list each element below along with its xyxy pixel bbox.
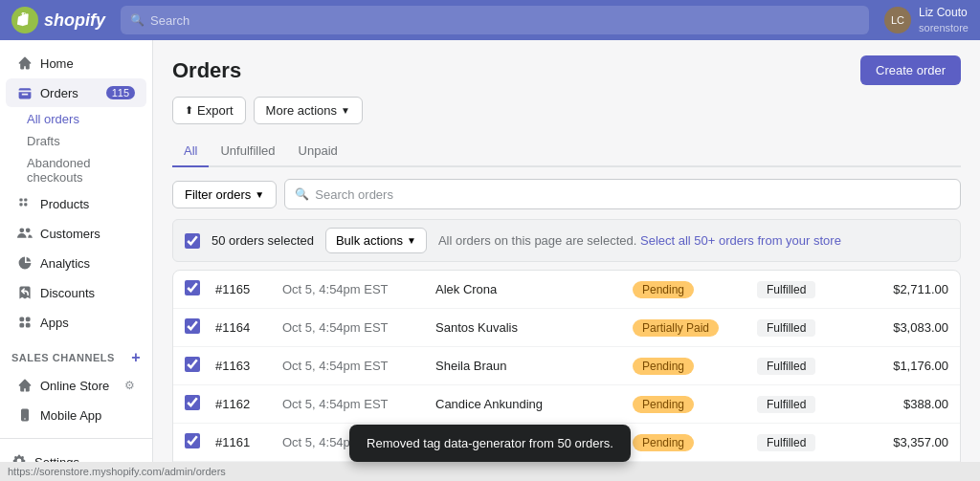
row-checkbox[interactable] bbox=[185, 280, 200, 295]
sidebar-item-analytics[interactable]: Analytics bbox=[6, 249, 146, 277]
discounts-icon bbox=[17, 285, 33, 300]
order-date: Oct 5, 4:54pm EST bbox=[282, 397, 435, 411]
user-info: Liz Couto sorenstore bbox=[919, 6, 969, 34]
shopify-logo[interactable]: shopify bbox=[11, 7, 105, 33]
order-id: #1164 bbox=[215, 320, 282, 335]
sidebar-nav: Home Orders 115 All orders Drafts Abando… bbox=[0, 40, 152, 438]
fulfillment-badge: Fulfilled bbox=[757, 434, 815, 451]
avatar: LC bbox=[884, 7, 911, 33]
table-row[interactable]: #1163 Oct 5, 4:54pm EST Sheila Braun Pen… bbox=[173, 347, 960, 385]
row-checkbox[interactable] bbox=[185, 395, 200, 410]
row-checkbox-col bbox=[185, 395, 215, 413]
sidebar-item-settings[interactable]: Settings bbox=[0, 447, 152, 462]
mobile-app-label: Mobile App bbox=[40, 408, 101, 423]
search-orders-bar[interactable]: 🔍 bbox=[284, 179, 961, 209]
sidebar-sub-all-orders[interactable]: All orders bbox=[27, 108, 152, 130]
chevron-down-icon: ▼ bbox=[341, 105, 350, 116]
select-all-link[interactable]: Select all 50+ orders from your store bbox=[640, 233, 841, 248]
bulk-action-bar: 50 orders selected Bulk actions ▼ All or… bbox=[172, 219, 961, 262]
payment-badge: Pending bbox=[633, 281, 694, 298]
table-row[interactable]: #1164 Oct 5, 4:54pm EST Santos Kuvalis P… bbox=[173, 309, 960, 347]
sales-channels-label: SALES CHANNELS bbox=[11, 352, 115, 363]
export-button[interactable]: ⬆ Export bbox=[172, 97, 246, 124]
analytics-icon bbox=[17, 255, 33, 271]
global-search-bar[interactable]: 🔍 bbox=[121, 6, 869, 34]
sidebar-item-online-store[interactable]: Online Store ⚙ bbox=[6, 371, 146, 400]
sidebar-item-discounts[interactable]: Discounts bbox=[6, 278, 146, 307]
search-icon: 🔍 bbox=[130, 13, 145, 27]
table-row[interactable]: #1165 Oct 5, 4:54pm EST Alek Crona Pendi… bbox=[173, 271, 960, 309]
sidebar-item-customers[interactable]: Customers bbox=[6, 219, 146, 248]
page-title: Orders bbox=[172, 58, 241, 83]
order-fulfillment: Fulfilled bbox=[757, 319, 862, 337]
page-header: Orders Create order bbox=[172, 55, 961, 85]
filter-orders-button[interactable]: Filter orders ▼ bbox=[172, 181, 277, 208]
sidebar: Home Orders 115 All orders Drafts Abando… bbox=[0, 40, 153, 462]
search-orders-icon: 🔍 bbox=[295, 187, 309, 201]
sidebar-item-customers-label: Customers bbox=[40, 227, 100, 241]
order-id: #1162 bbox=[215, 397, 282, 411]
shopify-logo-icon bbox=[11, 7, 38, 33]
bulk-actions-button[interactable]: Bulk actions ▼ bbox=[325, 228, 427, 253]
order-total: $3,083.00 bbox=[862, 320, 948, 335]
sidebar-item-apps-label: Apps bbox=[40, 316, 69, 330]
order-id: #1165 bbox=[215, 282, 282, 296]
fulfillment-badge: Fulfilled bbox=[757, 319, 815, 337]
more-actions-button[interactable]: More actions ▼ bbox=[254, 97, 363, 124]
payment-badge: Pending bbox=[633, 396, 694, 413]
sidebar-sub-drafts[interactable]: Drafts bbox=[27, 130, 152, 152]
mobile-app-icon bbox=[17, 407, 33, 423]
bulk-message: All orders on this page are selected. Se… bbox=[438, 233, 841, 248]
home-icon bbox=[17, 55, 33, 71]
order-customer: Sheila Braun bbox=[435, 359, 633, 373]
create-order-button[interactable]: Create order bbox=[860, 55, 961, 85]
sidebar-item-analytics-label: Analytics bbox=[40, 256, 90, 271]
sidebar-item-mobile-app[interactable]: Mobile App bbox=[6, 401, 146, 429]
order-id: #1161 bbox=[215, 435, 282, 449]
payment-badge: Pending bbox=[633, 358, 694, 375]
user-area[interactable]: LC Liz Couto sorenstore bbox=[884, 6, 969, 34]
sidebar-item-discounts-label: Discounts bbox=[40, 286, 95, 300]
orders-icon bbox=[17, 85, 33, 100]
export-icon: ⬆ bbox=[185, 104, 193, 117]
order-date: Oct 5, 4:54pm EST bbox=[282, 282, 435, 296]
row-checkbox[interactable] bbox=[185, 433, 200, 448]
url-bar: https://sorenstore.myshopify.com/admin/o… bbox=[0, 462, 980, 481]
order-payment: Pending bbox=[633, 396, 757, 413]
order-customer: Santos Kuvalis bbox=[435, 320, 633, 335]
sidebar-item-orders[interactable]: Orders 115 bbox=[6, 78, 146, 107]
order-total: $2,711.00 bbox=[862, 282, 948, 296]
tab-all[interactable]: All bbox=[172, 136, 209, 167]
sidebar-item-home[interactable]: Home bbox=[6, 49, 146, 77]
sidebar-item-products-label: Products bbox=[40, 197, 89, 211]
table-row[interactable]: #1162 Oct 5, 4:54pm EST Candice Ankundin… bbox=[173, 385, 960, 424]
settings-icon bbox=[11, 453, 27, 462]
orders-submenu: All orders Drafts Abandoned checkouts bbox=[0, 108, 152, 188]
toolbar: ⬆ Export More actions ▼ bbox=[172, 97, 961, 124]
row-checkbox[interactable] bbox=[185, 318, 200, 334]
tabs: All Unfulfilled Unpaid bbox=[172, 136, 961, 167]
tab-unfulfilled[interactable]: Unfulfilled bbox=[209, 136, 286, 167]
avatar-initials: LC bbox=[891, 14, 904, 26]
search-orders-input[interactable] bbox=[315, 187, 950, 202]
order-id: #1163 bbox=[215, 359, 282, 373]
fulfillment-badge: Fulfilled bbox=[757, 396, 815, 413]
sales-channels-section: SALES CHANNELS + bbox=[0, 338, 152, 370]
order-fulfillment: Fulfilled bbox=[757, 358, 862, 375]
global-search-input[interactable] bbox=[150, 13, 859, 28]
order-fulfillment: Fulfilled bbox=[757, 396, 862, 413]
sidebar-item-products[interactable]: Products bbox=[6, 189, 146, 218]
select-all-checkbox[interactable] bbox=[185, 233, 200, 249]
customers-icon bbox=[17, 226, 33, 241]
add-channel-icon[interactable]: + bbox=[131, 349, 141, 366]
sidebar-footer: Settings bbox=[0, 438, 152, 462]
sidebar-sub-abandoned[interactable]: Abandoned checkouts bbox=[27, 152, 152, 188]
row-checkbox[interactable] bbox=[185, 357, 200, 372]
order-total: $1,176.00 bbox=[862, 359, 948, 373]
bulk-count: 50 orders selected bbox=[212, 233, 314, 248]
payment-badge: Pending bbox=[633, 434, 694, 451]
online-store-settings-icon[interactable]: ⚙ bbox=[124, 379, 135, 392]
sidebar-item-apps[interactable]: Apps bbox=[6, 308, 146, 337]
tab-unpaid[interactable]: Unpaid bbox=[287, 136, 349, 167]
order-customer: Alek Crona bbox=[435, 282, 633, 296]
